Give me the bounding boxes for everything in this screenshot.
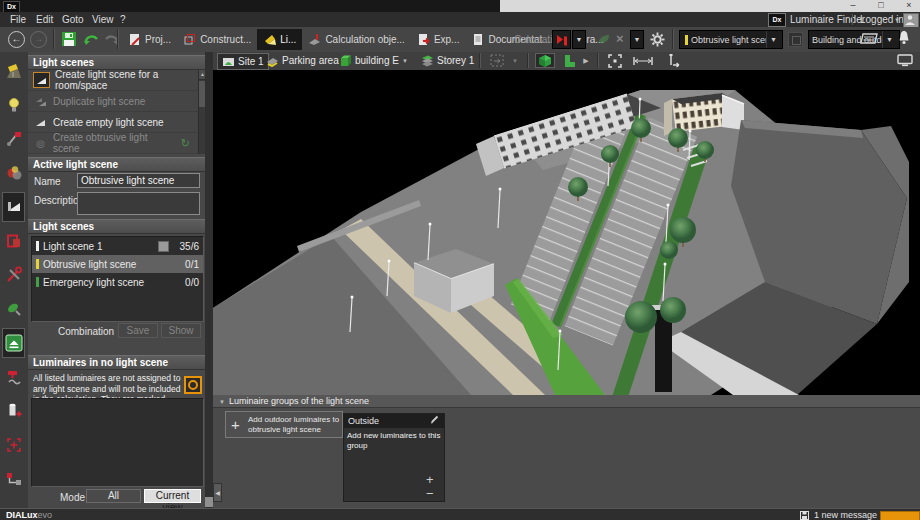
scene-row-emergency[interactable]: Emergency light scene 0/0 xyxy=(32,273,203,291)
measure-height-icon[interactable] xyxy=(665,53,683,68)
room-tool-icon[interactable] xyxy=(2,226,25,256)
name-label: Name xyxy=(34,176,61,187)
3d-scene[interactable] xyxy=(213,70,920,395)
breadcrumb-site[interactable]: Site 1 xyxy=(217,53,269,70)
breadcrumb-parking-area[interactable]: Parking area xyxy=(262,53,343,68)
colour-filter-tool-icon[interactable] xyxy=(2,158,25,188)
status-message[interactable]: 1 new message xyxy=(814,510,877,520)
viewport-toolbar: Site 1 Parking area building E ▼ Storey … xyxy=(213,52,920,71)
luminaire-group-card[interactable]: Outside Add new luminaires to this group… xyxy=(343,413,445,502)
spotlight-tool-icon[interactable] xyxy=(2,56,25,86)
scene-row-obtrusive[interactable]: Obtrusive light scene 0/1 xyxy=(32,255,203,273)
selection-options-dropdown[interactable]: ▼ xyxy=(509,53,521,68)
cad-viewport[interactable] xyxy=(213,70,920,395)
back-button[interactable]: ← xyxy=(8,31,25,48)
show-combination-button[interactable]: Show xyxy=(161,323,201,338)
view-plan-button[interactable] xyxy=(559,53,579,68)
tab-calculation-objects[interactable]: Calculation obje... xyxy=(302,29,411,50)
scene-settings-button[interactable] xyxy=(788,32,803,47)
calculation-frame-tool-icon[interactable] xyxy=(2,430,25,460)
energy-tool-icon[interactable] xyxy=(2,294,25,324)
create-room-light-scene-button[interactable]: Create light scene for a room/space xyxy=(28,70,198,91)
save-button[interactable] xyxy=(61,31,77,47)
maintenance-tools-icon[interactable] xyxy=(2,260,25,290)
create-obtrusive-light-scene-button[interactable]: ◎ Create obtrusive light scene ↻ xyxy=(28,133,198,154)
lamp-positioning-tool-icon[interactable] xyxy=(2,124,25,154)
add-outdoor-luminaires-button[interactable]: + Add outdoor luminaires to obtrusive li… xyxy=(225,411,343,438)
menu-bar: File Edit Goto View ? Dx Luminaire Finde… xyxy=(0,12,920,28)
progress-indicator xyxy=(880,511,920,520)
bulb-tool-icon[interactable] xyxy=(2,90,25,120)
duplicate-light-scene-button[interactable]: Duplicate light scene xyxy=(28,91,198,112)
breadcrumb-storey[interactable]: Storey 1 xyxy=(417,53,478,68)
splitter-handle[interactable] xyxy=(205,497,213,507)
add-luminaire-button[interactable]: + xyxy=(426,472,434,487)
zoom-fit-button[interactable] xyxy=(605,53,625,68)
logged-in-menu[interactable]: Logged in xyxy=(856,12,908,27)
tab-label: Exp... xyxy=(434,34,460,45)
tab-project[interactable]: Proj... xyxy=(122,29,177,50)
chevron-down-icon[interactable]: ▼ xyxy=(894,17,900,23)
menu-edit[interactable]: Edit xyxy=(32,12,57,27)
close-button[interactable]: × xyxy=(898,0,920,12)
calculation-objects-icon xyxy=(308,33,321,46)
energy-leaf-icon[interactable] xyxy=(597,33,611,46)
create-empty-light-scene-button[interactable]: Create empty light scene xyxy=(28,112,198,133)
cancel-options-dropdown[interactable]: ▼ xyxy=(630,30,644,49)
save-combination-button[interactable]: Save xyxy=(118,323,158,338)
light-scenes-tool-icon[interactable] xyxy=(2,192,25,222)
edit-pencil-icon[interactable] xyxy=(430,414,440,428)
measure-distance-icon[interactable] xyxy=(631,53,655,68)
forward-button[interactable]: → xyxy=(30,31,47,48)
view-3d-button[interactable] xyxy=(535,53,555,68)
avatar[interactable] xyxy=(903,13,919,28)
light-scenes-panel: Light scenes Create light scene for a ro… xyxy=(28,52,205,508)
keyboard-icon[interactable] xyxy=(860,33,878,44)
undo-button[interactable] xyxy=(83,32,100,45)
menu-goto[interactable]: Goto xyxy=(58,12,88,27)
action-label: Duplicate light scene xyxy=(53,96,145,107)
maximize-button[interactable]: □ xyxy=(870,0,892,12)
scene-description-input[interactable] xyxy=(77,192,200,215)
panel-splitter[interactable] xyxy=(205,52,213,508)
cabling-tool-icon[interactable] xyxy=(2,362,25,392)
minimize-button[interactable]: – xyxy=(842,0,864,12)
groups-panel-header[interactable]: ▼Luminaire groups of the light scene xyxy=(213,395,920,408)
column-tool-icon[interactable] xyxy=(2,396,25,426)
construction-box-icon xyxy=(183,33,196,46)
connection-nodes-tool-icon[interactable] xyxy=(2,464,25,494)
settings-gear-icon[interactable] xyxy=(650,32,665,47)
documentation-doc-icon xyxy=(471,33,484,46)
calculation-options-dropdown[interactable]: ▼ xyxy=(572,30,586,49)
remove-luminaire-button[interactable]: − xyxy=(426,486,434,501)
light-scene-dropdown[interactable]: Obtrusive light scene ▼ xyxy=(679,30,783,49)
scene-checkbox[interactable] xyxy=(158,241,169,252)
selection-region-button[interactable] xyxy=(487,53,507,68)
breadcrumb-building[interactable]: building E ▼ xyxy=(335,53,412,68)
scene-label: Emergency light scene xyxy=(43,277,144,288)
scene-name-input[interactable] xyxy=(77,173,200,188)
cancel-calculation-icon[interactable]: × xyxy=(616,31,624,46)
display-monitor-icon[interactable] xyxy=(895,53,915,68)
mode-all-button[interactable]: All xyxy=(86,489,141,503)
tab-export[interactable]: Exp... xyxy=(411,29,466,50)
menu-view[interactable]: View xyxy=(88,12,118,27)
collapse-chevron-icon[interactable]: ▼ xyxy=(219,399,225,405)
view-options-arrow[interactable]: ▶ xyxy=(581,53,591,68)
divider xyxy=(527,53,529,68)
project-doc-icon xyxy=(128,33,141,46)
duplicate-icon xyxy=(33,94,48,108)
tab-construction[interactable]: Construct... xyxy=(177,29,257,50)
scene-row-light-scene-1[interactable]: Light scene 1 35/6 xyxy=(32,237,203,255)
planning-context-dropdown[interactable]: Building and outdoor pla... ▼ xyxy=(808,30,900,49)
menu-help[interactable]: ? xyxy=(116,12,130,27)
cad-lamp-tool-icon[interactable] xyxy=(2,328,25,358)
unassigned-luminaires-list[interactable] xyxy=(31,398,204,487)
collapse-panel-tab[interactable]: ◀ xyxy=(213,483,222,502)
start-calculation-button[interactable] xyxy=(552,30,571,49)
mode-current-view-button[interactable]: Current view xyxy=(144,489,201,503)
menu-file[interactable]: File xyxy=(6,12,30,27)
notification-bell-icon[interactable] xyxy=(897,30,911,46)
tab-light[interactable]: Li... xyxy=(257,29,302,50)
add-button-label: Add outdoor luminaires to obtrusive ligh… xyxy=(248,415,339,434)
